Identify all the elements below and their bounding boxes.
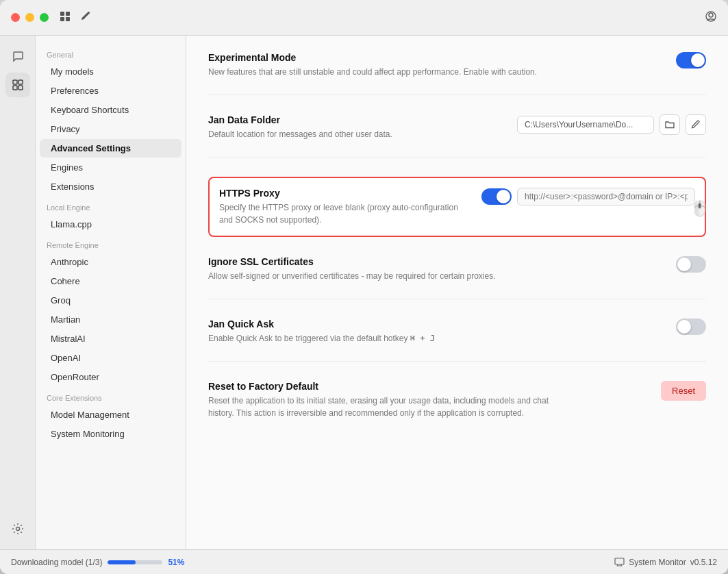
nav-settings-icon[interactable]	[5, 516, 30, 541]
svg-point-5	[709, 13, 713, 17]
svg-rect-0	[60, 12, 64, 16]
toggle-jan-quick-ask[interactable]	[676, 319, 706, 335]
toggle-knob-ignore-ssl	[677, 258, 691, 271]
svg-rect-8	[13, 86, 17, 90]
sidebar-item-system-monitoring[interactable]: System Monitoring	[40, 425, 181, 443]
monitor-icon	[614, 557, 625, 567]
reset-button[interactable]: Reset	[661, 381, 706, 401]
setting-control-https-proxy: 🖱️	[481, 188, 695, 205]
svg-rect-6	[13, 80, 17, 84]
setting-control-ignore-ssl	[676, 256, 706, 273]
setting-row-https-proxy: HTTPS Proxy Specify the HTTPS proxy or l…	[208, 177, 706, 237]
setting-info-reset-factory: Reset to Factory Default Reset the appli…	[208, 381, 647, 419]
titlebar	[0, 0, 728, 36]
folder-value-jan-data-folder: C:\Users\YourUsername\Do...	[517, 116, 654, 134]
setting-info-experimental-mode: Experimental Mode New features that are …	[208, 52, 662, 78]
nav-chat-icon[interactable]	[5, 44, 30, 68]
setting-info-jan-data-folder: Jan Data Folder Default location for mes…	[208, 114, 503, 140]
sidebar-item-my-models[interactable]: My models	[40, 62, 181, 81]
left-nav	[0, 36, 36, 549]
titlebar-icons	[60, 11, 91, 24]
setting-info-jan-quick-ask: Jan Quick Ask Enable Quick Ask to be tri…	[208, 319, 662, 345]
traffic-lights	[11, 13, 49, 22]
version-label: v0.5.12	[690, 558, 717, 567]
setting-desc-experimental-mode: New features that are still unstable and…	[208, 66, 551, 78]
svg-rect-7	[18, 80, 23, 84]
sidebar-item-engines[interactable]: Engines	[40, 158, 181, 177]
toggle-experimental-mode[interactable]	[676, 52, 706, 68]
sidebar-item-model-management[interactable]: Model Management	[40, 405, 181, 424]
sidebar-item-extensions[interactable]: Extensions	[40, 177, 181, 196]
setting-title-jan-quick-ask: Jan Quick Ask	[208, 319, 662, 329]
proxy-input[interactable]	[517, 188, 695, 205]
main-layout: General My modelsPreferencesKeyboard Sho…	[0, 36, 728, 549]
sidebar-item-groq[interactable]: Groq	[40, 291, 181, 310]
sidebar: General My modelsPreferencesKeyboard Sho…	[36, 36, 186, 549]
hotkey-jan-quick-ask: ⌘ + J	[410, 334, 435, 343]
setting-row-jan-quick-ask: Jan Quick Ask Enable Quick Ask to be tri…	[208, 319, 706, 362]
remote-engine-section-label: Remote Engine	[36, 234, 186, 252]
setting-control-jan-data-folder: C:\Users\YourUsername\Do...	[517, 114, 706, 135]
sidebar-item-mistralai[interactable]: MistralAI	[40, 329, 181, 348]
svg-rect-9	[18, 86, 23, 90]
toggle-knob-jan-quick-ask	[677, 320, 691, 334]
download-text: Downloading model (1/3)	[11, 558, 102, 567]
statusbar: Downloading model (1/3) 51% System Monit…	[0, 549, 728, 574]
setting-title-reset-factory: Reset to Factory Default	[208, 381, 647, 392]
app-window: General My modelsPreferencesKeyboard Sho…	[0, 0, 728, 574]
toggle-knob-experimental-mode	[691, 53, 705, 67]
sidebar-item-openrouter[interactable]: OpenRouter	[40, 368, 181, 386]
sidebar-item-preferences[interactable]: Preferences	[40, 82, 181, 100]
grid-icon[interactable]	[60, 11, 71, 24]
progress-bar	[108, 560, 162, 564]
svg-point-10	[16, 527, 19, 531]
nav-models-icon[interactable]	[5, 73, 30, 97]
setting-row-experimental-mode: Experimental Mode New features that are …	[208, 52, 706, 95]
folder-open-button[interactable]	[660, 114, 680, 135]
svg-rect-11	[615, 558, 624, 564]
statusbar-right: System Monitor v0.5.12	[614, 557, 717, 567]
setting-control-jan-quick-ask	[676, 319, 706, 335]
setting-control-reset-factory: Reset	[661, 381, 706, 401]
sidebar-item-openai[interactable]: OpenAI	[40, 349, 181, 367]
setting-title-ignore-ssl: Ignore SSL Certificates	[208, 256, 662, 267]
setting-title-https-proxy: HTTPS Proxy	[219, 188, 468, 199]
setting-desc-jan-data-folder: Default location for messages and other …	[208, 128, 503, 140]
progress-bar-fill	[108, 560, 136, 564]
setting-control-experimental-mode	[676, 52, 706, 68]
system-monitor-label[interactable]: System Monitor	[629, 558, 686, 567]
setting-desc-https-proxy: Specify the HTTPS proxy or leave blank (…	[219, 201, 468, 226]
edit-icon[interactable]	[80, 11, 91, 24]
sidebar-item-llama-cpp[interactable]: Llama.cpp	[40, 215, 181, 234]
setting-row-reset-factory: Reset to Factory Default Reset the appli…	[208, 381, 706, 436]
local-engine-section-label: Local Engine	[36, 197, 186, 214]
content-area: Experimental Mode New features that are …	[186, 36, 728, 549]
setting-desc-ignore-ssl: Allow self-signed or unverified certific…	[208, 270, 551, 282]
progress-percent: 51%	[168, 558, 184, 567]
toggle-https-proxy[interactable]	[481, 188, 512, 205]
setting-info-ignore-ssl: Ignore SSL Certificates Allow self-signe…	[208, 256, 662, 282]
user-icon[interactable]	[705, 10, 717, 25]
setting-title-jan-data-folder: Jan Data Folder	[208, 114, 503, 125]
svg-rect-1	[66, 12, 70, 16]
sidebar-item-keyboard-shortcuts[interactable]: Keyboard Shortcuts	[40, 101, 181, 119]
general-section-label: General	[36, 44, 186, 62]
toggle-knob-https-proxy	[497, 190, 510, 203]
svg-rect-2	[60, 17, 64, 21]
sidebar-item-privacy[interactable]: Privacy	[40, 120, 181, 138]
toggle-ignore-ssl[interactable]	[676, 256, 706, 273]
setting-desc-jan-quick-ask: Enable Quick Ask to be triggered via the…	[208, 332, 551, 345]
setting-row-ignore-ssl: Ignore SSL Certificates Allow self-signe…	[208, 256, 706, 299]
close-button[interactable]	[11, 13, 20, 22]
folder-edit-button[interactable]	[686, 114, 706, 135]
setting-desc-reset-factory: Reset the application to its initial sta…	[208, 395, 551, 419]
sidebar-item-anthropic[interactable]: Anthropic	[40, 253, 181, 271]
sidebar-item-cohere[interactable]: Cohere	[40, 272, 181, 290]
minimize-button[interactable]	[25, 13, 34, 22]
sidebar-item-advanced-settings[interactable]: Advanced Settings	[40, 139, 181, 158]
sidebar-item-martian[interactable]: Martian	[40, 310, 181, 329]
maximize-button[interactable]	[40, 13, 49, 22]
core-extensions-section-label: Core Extensions	[36, 387, 186, 405]
svg-rect-3	[66, 17, 70, 21]
setting-info-https-proxy: HTTPS Proxy Specify the HTTPS proxy or l…	[219, 188, 468, 226]
